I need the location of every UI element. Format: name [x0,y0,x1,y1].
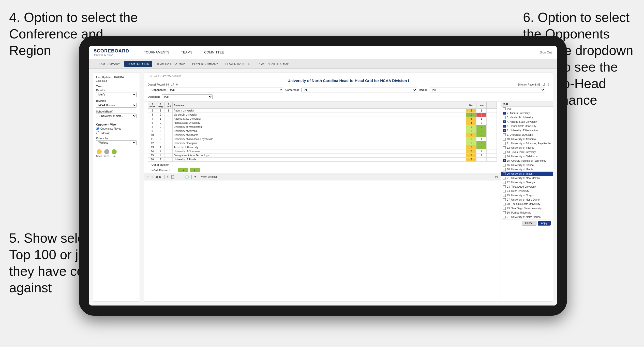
dropdown-item[interactable]: 18. University of Illinois [501,167,553,172]
grid-header: Last Updated: 4/7/2014 16:55:38 Universi… [144,73,553,102]
dropdown-item[interactable]: ✓15. Georgia Institute of Technology [501,159,553,163]
table-section: #Rank #Reg #Conf Opponent Win Loss [144,102,501,301]
subnav-player-h2h-grid[interactable]: PLAYER H2H GRID [222,61,253,67]
opponent-filter-select[interactable]: (All) [162,94,213,99]
division-select[interactable]: NCAA Division I [96,103,137,108]
table-header-row: #Rank #Reg #Conf Opponent Win Loss [148,102,497,109]
colour-down-dot [97,149,102,154]
colour-up-label: Up [113,155,116,157]
cell-reg: 3 [157,129,164,133]
dropdown-item[interactable]: 9. University of Arizona [501,133,553,137]
dropdown-item[interactable]: ✓2. Auburn University [501,111,553,115]
apply-button[interactable]: Apply [538,221,551,226]
cell-rank: 8 [148,125,157,129]
dropdown-checkbox [503,216,506,218]
radio-opponents-played[interactable]: Opponents Played [96,127,137,130]
gender-label: Gender [96,89,137,92]
copy-icon[interactable]: ⎘ [167,175,169,179]
cell-extra [487,137,497,141]
dropdown-item[interactable]: ✓4. Arizona State University [501,120,553,124]
cell-conf [164,121,173,125]
paste-icon[interactable]: 📋 [171,175,175,179]
redo-icon[interactable]: ↪ [151,175,154,179]
subnav-team-h2h-heatmap[interactable]: TEAM H2H HEATMAP [154,61,188,67]
nav-tournaments[interactable]: TOURNAMENTS [142,49,171,55]
col-rank: #Rank [148,102,157,109]
dropdown-item[interactable]: ✓8. University of Washington [501,128,553,133]
table-row: 8 2 University of Washington 1 0 [148,125,497,129]
cell-rank: 13 [148,145,157,149]
back-icon[interactable]: ◀ [155,175,158,179]
dropdown-item[interactable]: (All) [501,107,553,111]
toolbar-sep1 [164,175,164,179]
view-icon[interactable]: 👁 [194,175,198,179]
colour-by-select[interactable]: Win/loss [96,140,137,145]
dropdown-item[interactable]: 16. University of Florida [501,163,553,167]
dropdown-item[interactable]: 3. Vanderbilt University [501,115,553,120]
dropdown-item[interactable]: 20. University of Texas [501,172,553,176]
dropdown-item-label: 8. University of Washington [507,129,538,132]
dropdown-item[interactable]: 11. University of Arkansas, Fayetteville [501,141,553,146]
radio-top100[interactable]: Top 100 [96,131,137,134]
subnav-team-h2h-grid[interactable]: TEAM H2H GRID [124,61,152,67]
dropdown-item[interactable]: 30. Purdue University [501,211,553,215]
dropdown-item[interactable]: 23. Texas A&M University [501,185,553,189]
table-row: 4 1 Arizona State University 5 1 [148,117,497,121]
dropdown-item[interactable]: 24. Duke University [501,189,553,193]
nav-committee[interactable]: COMMITTEE [202,49,226,55]
ncaa-win-bar: 1 [178,168,188,172]
cell-win: 1 [466,137,476,141]
dropdown-item[interactable]: 12. University of Virginia [501,146,553,150]
forward-icon[interactable]: ▶ [159,175,162,179]
colour-level: Level [104,149,110,157]
dropdown-item[interactable]: 31. University of North Florida [501,215,553,219]
dropdown-checkbox: ✓ [503,120,506,123]
dropdown-item-label: 14. University of Oklahoma [507,155,537,158]
dropdown-item[interactable]: 28. The Ohio State University [501,202,553,206]
cell-loss: 0 [476,133,487,137]
cell-reg: 2 [157,158,164,162]
gender-select[interactable]: Men's [96,92,137,97]
table-row: 3 2 Vanderbilt University 0 4 [148,113,497,117]
cell-win: 1 [466,129,476,133]
cell-reg: 2 [157,113,164,117]
toolbar-sep2 [182,175,182,179]
dropdown-checkbox: ✓ [503,129,506,132]
undo-icon[interactable]: ↩ [146,175,149,179]
dash-icon[interactable]: — [176,175,179,179]
dropdown-item[interactable]: 27. University of Notre Dame [501,198,553,202]
school-select[interactable]: 1. University of Nort... [96,114,137,118]
opponents-filter-select[interactable]: (All) [168,88,283,92]
conference-filter-select[interactable]: (All) [301,88,417,92]
dropdown-checkbox [503,190,506,192]
dropdown-item-label: 9. University of Arizona [507,133,533,136]
cell-reg: 1 [157,145,164,149]
region-filter-select[interactable]: (All) [430,88,545,92]
dropdown-item[interactable]: 22. University of Georgia [501,180,553,185]
dropdown-item[interactable]: 13. Texas Tech University [501,150,553,154]
dropdown-item[interactable]: 25. University of Oregon [501,193,553,198]
grid-area: Last Updated: 4/7/2014 16:55:38 Universi… [144,73,553,302]
dropdown-item[interactable]: 14. University of Oklahoma [501,154,553,159]
dropdown-checkbox [503,207,506,210]
cell-rank: 14 [148,149,157,154]
dropdown-checkbox: ✓ [503,159,506,162]
cell-extra [487,145,497,149]
nav-teams[interactable]: TEAMS [179,49,194,55]
cell-reg: 6 [157,137,164,141]
overall-record: Overall Record: 89 - 17 - 0 [148,83,178,86]
colour-up-dot [112,149,117,154]
nav-signout[interactable]: Sign Out [540,51,552,54]
dropdown-checkbox [503,151,506,154]
clock-icon[interactable]: 🕐 [185,175,189,179]
zoom-icon[interactable]: W [495,175,498,179]
dropdown-item[interactable]: 21. University of New Mexico [501,176,553,180]
cancel-button[interactable]: Cancel [522,221,536,226]
dropdown-item[interactable]: ✓6. Florida State University [501,124,553,128]
subnav-player-summary[interactable]: PLAYER SUMMARY [189,61,221,67]
subnav-team-summary[interactable]: TEAM SUMMARY [94,61,123,67]
dropdown-item[interactable]: 29. San Diego State University [501,206,553,211]
cell-extra [487,129,497,133]
dropdown-item[interactable]: 10. University of Alabama [501,137,553,141]
subnav-player-h2h-heatmap[interactable]: PLAYER H2H HEATMAP [255,61,292,67]
